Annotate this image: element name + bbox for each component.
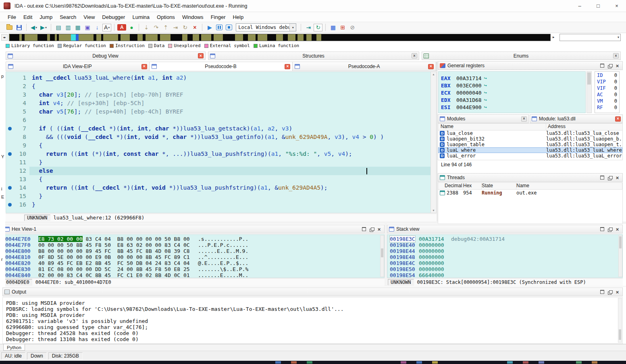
code-line[interactable]: 11 } bbox=[6, 158, 436, 167]
column-header-name[interactable]: Name bbox=[438, 124, 546, 130]
code-line[interactable]: 16} bbox=[6, 201, 436, 209]
stack-view-titlebar[interactable]: Stack view bbox=[387, 225, 623, 234]
close-panel-icon[interactable] bbox=[521, 116, 527, 122]
menu-lumina[interactable]: Lumina bbox=[129, 13, 153, 21]
hex-row[interactable]: 0044E82040 89 45 FC EB E2 8B 45 FC 50 DB… bbox=[3, 260, 384, 266]
navband-range-select[interactable] bbox=[559, 34, 621, 41]
start-process-icon[interactable]: ▶ bbox=[205, 23, 214, 32]
hex-row[interactable]: 0044E83081 EC 08 00 00 00 DD 5C 24 00 8B… bbox=[3, 266, 384, 272]
close-panel-icon[interactable] bbox=[614, 289, 621, 295]
maximize-panel-icon[interactable] bbox=[599, 63, 605, 69]
close-panel-icon[interactable] bbox=[615, 116, 621, 122]
debugger-windows-icon[interactable]: ▦ bbox=[329, 23, 337, 32]
output-titlebar[interactable]: Output bbox=[2, 287, 623, 296]
minimize-button[interactable]: – bbox=[570, 0, 589, 12]
maximize-panel-icon[interactable] bbox=[360, 226, 367, 232]
close-dock-icon[interactable] bbox=[412, 53, 417, 58]
menu-help[interactable]: Help bbox=[229, 13, 247, 21]
tab-pseudocode-b[interactable]: Pseudocode-B bbox=[150, 62, 293, 71]
debugger-selector[interactable]: Local Windows debugger bbox=[236, 23, 296, 31]
close-tab-icon[interactable] bbox=[141, 64, 147, 69]
registers-scrollbar[interactable] bbox=[586, 71, 592, 113]
hex-row[interactable]: 0044E800B8 00 00 00 00 89 45 FC 8B 45 FC… bbox=[3, 248, 384, 254]
tab-pseudocode-a[interactable]: Pseudocode-A bbox=[293, 62, 436, 71]
pseudocode-scrollbar[interactable] bbox=[431, 72, 437, 213]
column-header-hex[interactable]: Hex bbox=[463, 183, 482, 189]
float-panel-icon[interactable] bbox=[606, 175, 613, 181]
menu-windows[interactable]: Windows bbox=[179, 13, 207, 21]
menu-edit[interactable]: Edit bbox=[20, 13, 36, 21]
run-until-return-icon[interactable]: ⇡ bbox=[161, 23, 170, 32]
step-over-icon[interactable]: ↷ bbox=[152, 23, 160, 32]
close-panel-icon[interactable] bbox=[614, 226, 621, 232]
menu-view[interactable]: View bbox=[80, 13, 98, 21]
hex-row[interactable]: 0044E7F000 00 00 50 8B 45 F8 50 E8 63 02… bbox=[3, 242, 384, 248]
hex-view-titlebar[interactable]: Hex View-1 bbox=[2, 225, 385, 234]
code-line[interactable]: 8 && (((void (__cdecl *)(int, void *, ch… bbox=[6, 133, 436, 141]
color-scheme-icon[interactable]: A bbox=[117, 24, 126, 31]
save-icon[interactable] bbox=[15, 23, 23, 32]
maximize-panel-icon[interactable] bbox=[599, 289, 605, 295]
module-row[interactable]: Dlua_closelua53.dll:lua53_lua_close bbox=[438, 130, 622, 136]
flag-row[interactable]: VM0 bbox=[595, 98, 619, 105]
float-panel-icon[interactable] bbox=[606, 226, 613, 232]
close-panel-icon[interactable] bbox=[614, 175, 621, 181]
code-line[interactable]: 15 } bbox=[6, 192, 436, 201]
close-panel-icon[interactable] bbox=[376, 226, 383, 232]
menu-search[interactable]: Search bbox=[56, 13, 80, 21]
code-line[interactable]: 14 return ((int (__cdecl *)(int, void *)… bbox=[6, 184, 436, 192]
stack-row[interactable]: 00198E3C00A31714debug042:00A31714 bbox=[387, 236, 622, 242]
float-panel-icon[interactable] bbox=[368, 226, 375, 232]
menu-options[interactable]: Options bbox=[153, 13, 179, 21]
column-header-decimal[interactable]: Decimal bbox=[438, 183, 463, 189]
restart-process-icon[interactable]: ↻ bbox=[314, 24, 322, 31]
functions-window-icon[interactable]: ▥ bbox=[64, 23, 73, 32]
general-registers-titlebar[interactable]: General registers bbox=[438, 61, 623, 70]
dropdown-caret-icon[interactable] bbox=[289, 24, 296, 31]
maximize-button[interactable]: □ bbox=[589, 0, 607, 12]
output-lines[interactable]: PDB: using MSDIA providerPDBSRC: loading… bbox=[2, 297, 623, 344]
stop-process-icon[interactable] bbox=[225, 23, 233, 32]
dock-title-structures[interactable]: Structures bbox=[208, 52, 419, 60]
code-line[interactable]: 2{ bbox=[6, 82, 436, 91]
code-line[interactable]: 4 int v4; // [esp+30h] [ebp-5Ch] bbox=[6, 99, 436, 108]
output-scrollbar[interactable] bbox=[618, 298, 622, 343]
module-titlebar[interactable]: Module: lua53.dll bbox=[530, 114, 623, 123]
column-header-name[interactable]: Name bbox=[516, 183, 622, 189]
hex-scrollbar[interactable] bbox=[380, 235, 384, 277]
stack-row[interactable]: 00198E4800000000 bbox=[387, 254, 622, 260]
code-line[interactable]: 12 else bbox=[6, 167, 436, 175]
menu-file[interactable]: File bbox=[4, 13, 20, 21]
names-window-icon[interactable]: ▤ bbox=[54, 23, 63, 32]
maximize-panel-icon[interactable] bbox=[599, 175, 605, 181]
hex-row[interactable]: 0044E84002 00 00 83 C4 0C 8B 45 FC C1 E0… bbox=[3, 272, 384, 278]
code-line[interactable]: 1int __cdecl lua53_luaL_where(int a1, in… bbox=[6, 74, 436, 82]
pseudocode-view[interactable]: 1int __cdecl lua53_luaL_where(int a1, in… bbox=[6, 72, 437, 213]
flag-row[interactable]: VIP0 bbox=[595, 79, 619, 85]
threads-titlebar[interactable]: Threads bbox=[438, 173, 623, 182]
hex-row[interactable]: 0044E7E0E8 73 02 00 00 83 C4 04 B8 00 00… bbox=[3, 236, 384, 242]
close-dock-icon[interactable] bbox=[613, 53, 619, 58]
strings-window-icon[interactable]: ▦ bbox=[73, 23, 82, 32]
stack-rows[interactable]: 00198E3C00A31714debug042:00A3171400198E4… bbox=[387, 234, 623, 278]
close-dock-icon[interactable] bbox=[198, 53, 204, 58]
add-breakpoint-icon[interactable]: ⊞ bbox=[338, 23, 347, 32]
column-header-address[interactable]: Address bbox=[546, 124, 622, 130]
cancel-debugger-icon[interactable]: × bbox=[190, 23, 199, 32]
flag-row[interactable]: ID0 bbox=[595, 72, 619, 79]
lumina-icon[interactable]: ● bbox=[127, 23, 136, 32]
code-line[interactable]: 3 char v3[20]; // [esp+1Ch] [ebp-70h] BY… bbox=[6, 91, 436, 99]
flag-row[interactable]: AC0 bbox=[595, 92, 619, 98]
trace-icon[interactable]: ↻ bbox=[181, 23, 189, 32]
module-row[interactable]: DluaL_errorlua53.dll:lua53_luaL_error bbox=[438, 153, 622, 159]
dock-title-enums[interactable]: Enums bbox=[422, 52, 621, 60]
register-row[interactable]: EDX00A31D68 bbox=[439, 96, 585, 103]
stack-scrollbar[interactable] bbox=[618, 235, 622, 277]
menu-finger[interactable]: Finger bbox=[207, 13, 229, 21]
close-tab-icon[interactable] bbox=[285, 64, 290, 69]
tab-ida-view-eip[interactable]: IDA View-EIP bbox=[6, 62, 150, 71]
register-row[interactable]: EAX00A31714 bbox=[439, 74, 585, 82]
module-row[interactable]: DluaL_wherelua53.dll:lua53_luaL_where bbox=[438, 147, 622, 153]
modules-titlebar[interactable]: Modules bbox=[438, 114, 529, 123]
code-line[interactable]: 10 return ((int (*)(int, const char *, .… bbox=[6, 150, 436, 158]
